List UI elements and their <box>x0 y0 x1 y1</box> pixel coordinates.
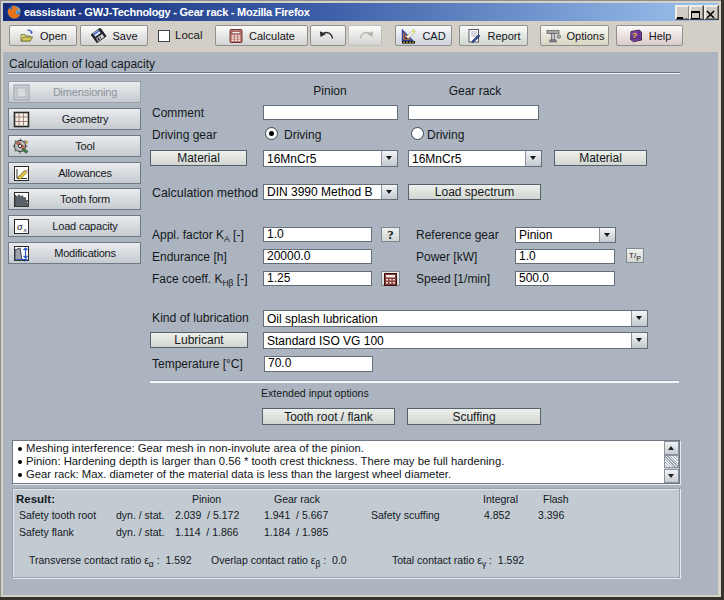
svg-text:?: ? <box>632 30 637 39</box>
svg-text:σ: σ <box>17 220 23 232</box>
